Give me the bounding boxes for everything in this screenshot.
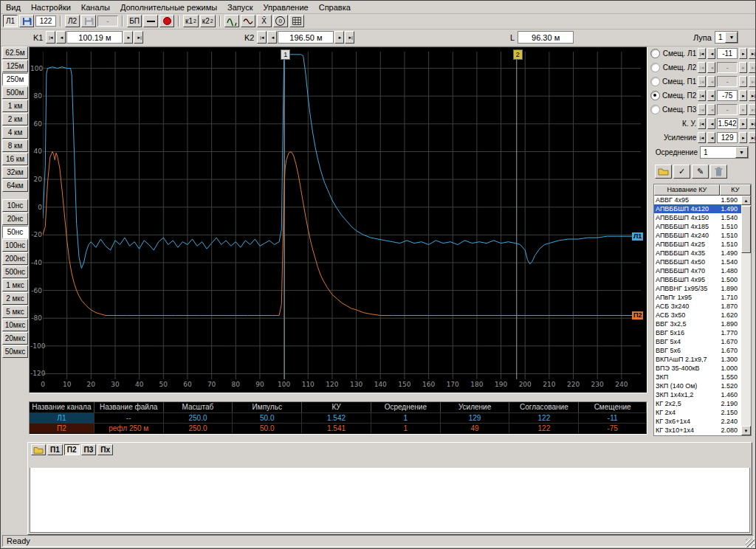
menu-item[interactable]: Дополнительные режимы: [115, 2, 222, 13]
menu-item[interactable]: Каналы: [76, 2, 115, 13]
ku-row[interactable]: ЗКП 1х4х1,21.460: [654, 390, 741, 399]
radio-Смещ. Л1[interactable]: [650, 49, 660, 58]
reflectogram-chart[interactable]: 100806040200-20-40-60-80-100-12001020304…: [29, 46, 647, 393]
delete-ku-button[interactable]: [710, 165, 727, 179]
step-next-button[interactable]: ►: [739, 48, 747, 59]
ku-row[interactable]: АПВББШП 4х1501.540: [654, 213, 741, 222]
ku-row[interactable]: АСБ 3х2401.870: [654, 302, 741, 311]
ku-row[interactable]: АВВГ 4х951.590: [654, 196, 741, 204]
range-button[interactable]: 1 км: [2, 100, 28, 112]
k2-value-field[interactable]: 196.50 м: [278, 31, 334, 44]
k1-value-field[interactable]: 100.19 м: [66, 31, 123, 44]
step-prev-button[interactable]: ◄: [707, 48, 715, 59]
range-button[interactable]: 4 км: [2, 126, 28, 139]
ku-row[interactable]: АПВББШП 4х1201.490: [654, 204, 741, 213]
param-value-field[interactable]: -11: [717, 48, 737, 59]
k2-step-prev-button[interactable]: ◄: [267, 31, 277, 44]
range-button[interactable]: 2 км: [2, 113, 28, 125]
menu-item[interactable]: Вид: [1, 2, 26, 13]
k1-step-next-button[interactable]: ►: [123, 31, 133, 44]
ku-row[interactable]: АПВББШП 4х1851.510: [654, 222, 741, 231]
resize-grip[interactable]: [746, 539, 755, 548]
tab-П3[interactable]: П3: [81, 444, 97, 455]
ku-row[interactable]: АПВББШП 4х2401.510: [654, 231, 741, 240]
pulse-width-button[interactable]: 500нс: [2, 266, 28, 278]
ku-scrollbar[interactable]: ▲ ▼: [741, 196, 751, 435]
menu-item[interactable]: Справка: [314, 2, 356, 13]
range-button[interactable]: 64км: [2, 179, 28, 192]
range-button[interactable]: 62.5м: [2, 46, 28, 59]
step-last-button[interactable]: ►|: [749, 132, 756, 143]
pulse-width-button[interactable]: 100нс: [2, 239, 28, 252]
cursor-flag-1[interactable]: 1: [281, 49, 290, 60]
ku-row[interactable]: КГ 2х2,52.190: [654, 399, 741, 408]
step-next-button[interactable]: ►: [739, 90, 747, 101]
channel-row[interactable]: Л1--250.050.01.5421129122-11: [30, 412, 647, 423]
save-l1-button[interactable]: [19, 15, 34, 27]
pulse-width-button[interactable]: 50нс: [2, 226, 28, 238]
radio-Смещ. П2[interactable]: [650, 91, 660, 100]
step-last-button[interactable]: ►|: [749, 48, 756, 59]
param-value-field[interactable]: 1.542: [717, 118, 737, 129]
ku-name-column-header[interactable]: Название КУ: [654, 184, 720, 196]
step-prev-button[interactable]: ◄: [707, 132, 715, 143]
ku-row[interactable]: АПВББШП 4х701.480: [654, 266, 741, 275]
tab-П2[interactable]: П2: [64, 444, 80, 455]
ku-row[interactable]: АПВВНГ 1х95/351.890: [654, 284, 741, 293]
range-button[interactable]: 250м: [2, 73, 28, 86]
pulse-width-button[interactable]: 1 мкс: [2, 279, 28, 291]
step-last-button[interactable]: ►|: [749, 90, 756, 101]
step-next-button[interactable]: ►: [739, 118, 747, 129]
pulse-width-button[interactable]: 50мкс: [2, 345, 28, 358]
averaging-x-button[interactable]: X̄: [257, 15, 272, 27]
k2-step-first-button[interactable]: |◄: [257, 31, 267, 44]
range-button[interactable]: 8 км: [2, 139, 28, 152]
channel-l2-button[interactable]: Л2: [65, 15, 80, 27]
ku-row[interactable]: АПВББШП 4х501.540: [654, 258, 741, 266]
scroll-up-icon[interactable]: ▲: [741, 196, 751, 205]
k1-step-prev-button[interactable]: ◄: [56, 31, 66, 44]
open-folder-button[interactable]: [655, 165, 672, 179]
channel-l1-button[interactable]: Л1: [3, 15, 18, 27]
param-value-field[interactable]: 129: [717, 132, 737, 143]
ku-row[interactable]: ВВГ 5х161.770: [654, 328, 741, 337]
ku-row[interactable]: ВВГ 5х41.670: [654, 337, 741, 346]
marker-k2-button[interactable]: к22: [200, 15, 216, 27]
pulse-width-button[interactable]: 10нс: [2, 199, 28, 212]
step-last-button[interactable]: ►|: [749, 118, 756, 129]
step-first-button[interactable]: |◄: [698, 90, 706, 101]
scroll-down-icon[interactable]: ▼: [741, 426, 751, 435]
ku-row[interactable]: ВВГ 5х61.670: [654, 346, 741, 355]
range-button[interactable]: 500м: [2, 86, 28, 99]
pulse-width-button[interactable]: 5 мкс: [2, 305, 28, 318]
ku-row[interactable]: КГ 3х10+1х42.080: [654, 426, 741, 435]
ku-row[interactable]: ВПЭ 35-400кВ1.000: [654, 364, 741, 373]
line-style-button[interactable]: [143, 15, 158, 27]
menu-item[interactable]: Запуск: [222, 2, 258, 13]
apply-ku-button[interactable]: ✓: [673, 165, 690, 179]
averaging-select[interactable]: 1 ▼: [700, 146, 749, 159]
bp-button[interactable]: БП: [127, 15, 142, 27]
edit-ku-button[interactable]: ✎: [692, 165, 709, 179]
chevron-down-icon[interactable]: ▼: [735, 147, 748, 158]
tab-Пх[interactable]: Пх: [97, 444, 113, 455]
cursor-flag-2[interactable]: 2: [513, 49, 523, 60]
step-prev-button[interactable]: ◄: [707, 118, 715, 129]
ku-row[interactable]: ЗКП1.550: [654, 373, 741, 381]
tab-П1[interactable]: П1: [47, 444, 63, 455]
k2-step-next-button[interactable]: ►: [334, 31, 344, 44]
param-value-field[interactable]: -75: [717, 90, 737, 101]
channel-row[interactable]: П2рефл 250 м250.050.01.541149122-75: [30, 423, 647, 433]
step-next-button[interactable]: ►: [739, 132, 747, 143]
chevron-down-icon[interactable]: ▼: [725, 32, 738, 43]
ku-row[interactable]: КГ 3х6+1х42.240: [654, 417, 741, 426]
ku-row[interactable]: АСБ 3х501.620: [654, 311, 741, 320]
pulse-width-button[interactable]: 20нс: [2, 213, 28, 225]
ku-row[interactable]: АПвПг 1х951.710: [654, 293, 741, 302]
k1-step-last-button[interactable]: ►|: [134, 31, 143, 44]
save-l2-button[interactable]: [81, 15, 96, 27]
range-button[interactable]: 32км: [2, 166, 28, 179]
step-first-button[interactable]: |◄: [698, 118, 706, 129]
zoom-wave-in-button[interactable]: [224, 15, 239, 27]
zoom-wave-out-button[interactable]: [241, 15, 255, 27]
